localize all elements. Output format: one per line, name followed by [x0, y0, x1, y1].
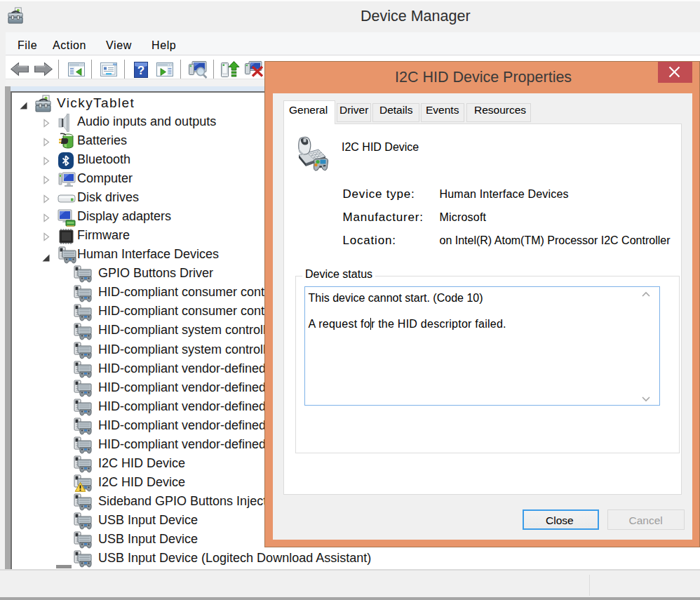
svg-text:?: ? — [137, 64, 144, 77]
